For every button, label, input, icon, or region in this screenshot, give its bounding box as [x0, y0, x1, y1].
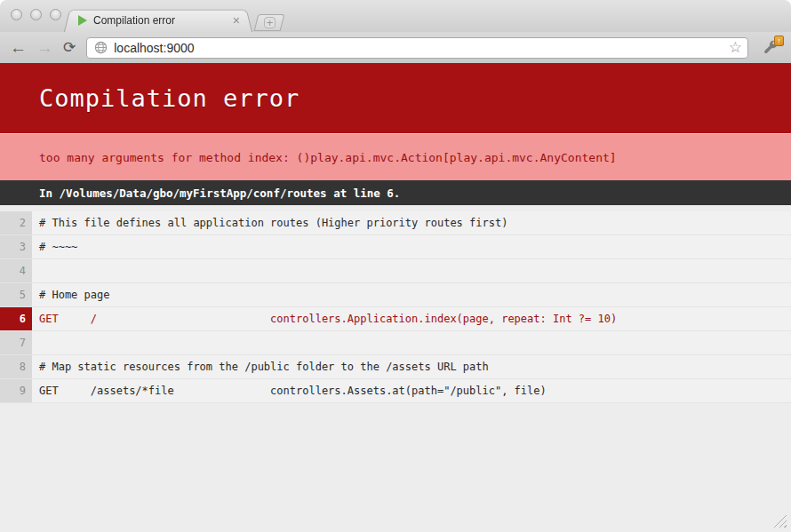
window-controls — [11, 9, 61, 20]
tab-strip: Compilation error × + — [0, 0, 791, 32]
resize-grip[interactable] — [773, 514, 787, 528]
window-minimize-button[interactable] — [30, 9, 42, 20]
browser-toolbar: ← → ⟳ localhost:9000 ☆ ↑ — [0, 32, 791, 63]
code-line-4: 4 — [0, 259, 791, 283]
code-line-9: 9GET /assets/*file controllers.Assets.at… — [0, 379, 791, 403]
line-number: 7 — [0, 331, 32, 354]
code-text: # Map static resources from the /public … — [32, 355, 791, 378]
line-number: 9 — [0, 379, 32, 402]
update-badge-icon: ↑ — [774, 36, 784, 46]
globe-icon — [94, 41, 108, 54]
code-line-3: 3# ~~~~ — [0, 235, 791, 259]
code-text: GET /assets/*file controllers.Assets.at(… — [32, 379, 791, 402]
line-number: 2 — [0, 211, 32, 234]
code-line-8: 8# Map static resources from the /public… — [0, 355, 791, 379]
page-background — [0, 403, 791, 532]
error-header: Compilation error — [0, 63, 791, 133]
error-location-path: /Volumes/Data/gbo/myFirstApp/conf/routes — [60, 187, 327, 200]
url-input[interactable]: localhost:9000 — [114, 41, 729, 55]
error-message: too many arguments for method index: ()p… — [39, 151, 617, 164]
tab-compilation-error[interactable]: Compilation error × — [69, 8, 247, 32]
code-line-7: 7 — [0, 331, 791, 355]
code-text — [32, 331, 791, 354]
back-button[interactable]: ← — [10, 39, 27, 56]
forward-button[interactable]: → — [36, 39, 53, 56]
new-tab-plus-icon: + — [264, 17, 276, 28]
line-number: 8 — [0, 355, 32, 378]
error-location-bar: In /Volumes/Data/gbo/myFirstApp/conf/rou… — [0, 180, 791, 205]
menu-wrench-button[interactable]: ↑ — [757, 37, 784, 59]
code-listing: 2# This file defines all application rou… — [0, 211, 791, 403]
reload-button[interactable]: ⟳ — [63, 39, 76, 56]
code-text: # This file defines all application rout… — [32, 211, 791, 234]
page-title: Compilation error — [39, 84, 300, 112]
window-close-button[interactable] — [11, 9, 22, 20]
new-tab-button[interactable]: + — [254, 14, 285, 31]
code-line-2: 2# This file defines all application rou… — [0, 211, 791, 235]
code-text — [32, 259, 791, 282]
error-location-prefix: In — [39, 187, 60, 200]
bookmark-star-icon[interactable]: ☆ — [729, 40, 742, 55]
error-location-suffix: at line 6. — [327, 187, 401, 200]
code-text: # ~~~~ — [32, 235, 791, 258]
code-text: GET / controllers.Application.index(page… — [32, 307, 791, 330]
code-line-5: 5# Home page — [0, 283, 791, 307]
line-number: 3 — [0, 235, 32, 258]
window-zoom-button[interactable] — [50, 9, 61, 20]
tab-close-icon[interactable]: × — [233, 14, 240, 27]
line-number: 4 — [0, 259, 32, 282]
line-number: 6 — [0, 307, 32, 330]
code-text: # Home page — [32, 283, 791, 306]
tab-title: Compilation error — [93, 14, 228, 27]
error-message-bar: too many arguments for method index: ()p… — [0, 133, 791, 180]
address-bar[interactable]: localhost:9000 ☆ — [86, 37, 748, 59]
line-number: 5 — [0, 283, 32, 306]
browser-window: Compilation error × + ← → ⟳ localhost:90… — [0, 0, 791, 532]
play-framework-favicon-icon — [78, 15, 87, 26]
code-line-6: 6GET / controllers.Application.index(pag… — [0, 307, 791, 331]
